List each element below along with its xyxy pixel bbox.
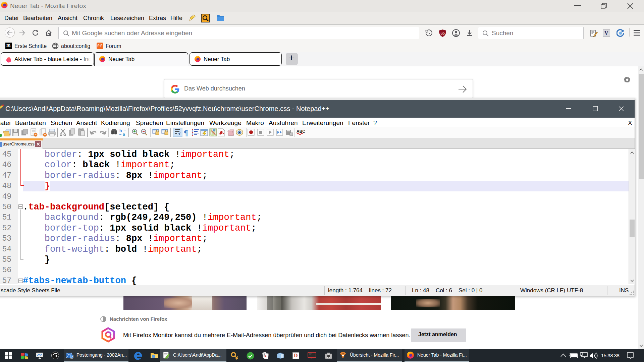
svg-text:h: h (119, 128, 122, 133)
svg-text:ABC: ABC (297, 129, 305, 134)
svg-text:uo: uo (440, 32, 444, 35)
svg-text:a: a (123, 132, 125, 137)
svg-text:¶: ¶ (184, 129, 188, 137)
